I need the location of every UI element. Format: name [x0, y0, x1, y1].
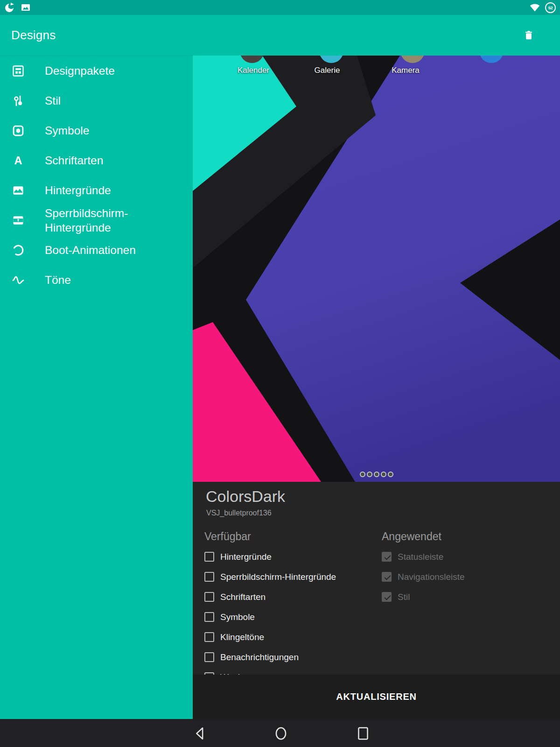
home-icon [273, 726, 289, 741]
sidebar-item-label: Symbole [45, 123, 94, 138]
checkbox-label: Statusleiste [398, 552, 443, 562]
trash-icon [523, 29, 535, 42]
checkbox-unchecked[interactable] [204, 672, 214, 675]
wallpaper-preview-image [193, 56, 560, 482]
theme-packs-icon [12, 64, 25, 78]
checkbox-label: Benachrichtigungen [220, 652, 299, 662]
checkbox-label: Schriftarten [220, 592, 266, 602]
sidebar-item-label: Töne [45, 273, 76, 287]
app-bar: Designs [0, 15, 560, 56]
sidebar-item-symbole[interactable]: Symbole [0, 116, 193, 146]
page-dot[interactable] [367, 472, 372, 477]
lockscreen-wallpaper-icon [12, 214, 25, 227]
available-row-sperrbildschirm[interactable]: Sperrbildschirm-Hintergründe [204, 567, 336, 587]
sidebar-item-schriftarten[interactable]: A Schriftarten [0, 146, 193, 176]
nav-back-button[interactable] [194, 726, 210, 741]
android-screen: 52 Designs Designpakete [0, 0, 560, 747]
sidebar-item-boot-animationen[interactable]: Boot-Animationen [0, 235, 193, 265]
page-dot[interactable] [381, 472, 386, 477]
android-nav-bar [0, 719, 560, 747]
theme-name: ColorsDark [206, 487, 285, 506]
back-icon [194, 726, 210, 741]
status-system-icons: 52 [529, 2, 556, 13]
checkbox-unchecked[interactable] [204, 612, 214, 622]
theme-info-panel: ColorsDark VSJ_bulletproof136 Verfügbar … [193, 482, 560, 675]
wallpaper-icon [12, 184, 25, 197]
page-dot[interactable] [360, 472, 365, 477]
theme-preview-carousel[interactable]: Kalender Galerie Kamera [193, 56, 560, 482]
checkbox-unchecked[interactable] [204, 572, 214, 582]
applied-row-stil: Stil [382, 587, 465, 607]
available-row-schriftarten[interactable]: Schriftarten [204, 587, 336, 607]
nav-home-button[interactable] [273, 726, 289, 741]
sidebar-item-label: Designpakete [45, 63, 119, 78]
checkbox-unchecked[interactable] [204, 632, 214, 642]
battery-circle-icon: 52 [545, 2, 556, 13]
applied-row-navigationsleiste: Navigationsleiste [382, 567, 465, 587]
shortcut-label-kamera: Kamera [373, 66, 438, 75]
available-row-benachrichtigungen[interactable]: Benachrichtigungen [204, 647, 336, 667]
applied-header: Angewendet [382, 530, 441, 543]
available-header: Verfügbar [204, 530, 251, 543]
checkbox-label: Navigationsleiste [398, 572, 465, 582]
wifi-icon [529, 2, 540, 13]
checkbox-label: Hintergründe [220, 552, 272, 562]
page-dot[interactable] [388, 472, 393, 477]
available-components-list: Hintergründe Sperrbildschirm-Hintergründ… [204, 547, 336, 675]
sidebar-item-label: Stil [45, 93, 65, 108]
sidebar-item-label: Sperrbildschirm-Hintergründe [45, 206, 193, 235]
boot-animation-icon [12, 244, 25, 257]
sidebar-item-designpakete[interactable]: Designpakete [0, 56, 193, 86]
cyanogenmod-mascot-icon [4, 2, 15, 13]
available-row-hintergruende[interactable]: Hintergründe [204, 547, 336, 567]
recents-icon [355, 726, 371, 741]
checkbox-label: Klingeltöne [220, 632, 264, 642]
checkbox-label: Sperrbildschirm-Hintergründe [220, 572, 336, 582]
sidebar-item-label: Hintergründe [45, 183, 116, 197]
sidebar-item-label: Boot-Animationen [45, 243, 140, 257]
checkbox-label: Wecker [220, 672, 250, 675]
applied-row-statusleiste: Statusleiste [382, 547, 465, 567]
gallery-notification-icon [20, 2, 31, 13]
battery-percent: 52 [548, 5, 553, 10]
checkbox-checked-disabled [382, 572, 392, 582]
svg-text:A: A [14, 155, 22, 167]
applied-components-list: Statusleiste Navigationsleiste Stil [382, 547, 465, 607]
checkbox-unchecked[interactable] [204, 552, 214, 562]
available-row-wecker[interactable]: Wecker [204, 667, 336, 675]
delete-theme-button[interactable] [520, 26, 549, 45]
icons-pack-icon [12, 124, 25, 137]
available-row-symbole[interactable]: Symbole [204, 607, 336, 627]
fonts-icon: A [12, 154, 25, 167]
content-area: Kalender Galerie Kamera ColorsDark VSJ_b… [193, 56, 560, 719]
checkbox-checked-disabled [382, 552, 392, 562]
update-button[interactable]: AKTUALISIEREN [193, 675, 560, 719]
status-bar: 52 [0, 0, 560, 15]
page-dot[interactable] [374, 472, 379, 477]
checkbox-unchecked[interactable] [204, 652, 214, 662]
sidebar-item-label: Schriftarten [45, 153, 108, 168]
sidebar-item-sperrbildschirm[interactable]: Sperrbildschirm-Hintergründe [0, 205, 193, 235]
sidebar-item-hintergruende[interactable]: Hintergründe [0, 176, 193, 205]
checkbox-unchecked[interactable] [204, 592, 214, 602]
shortcut-label-kalender: Kalender [221, 66, 286, 75]
theme-package: VSJ_bulletproof136 [206, 509, 272, 517]
status-notification-icons [4, 2, 31, 13]
style-tune-icon [12, 94, 25, 107]
checkbox-checked-disabled [382, 592, 392, 602]
checkbox-label: Symbole [220, 612, 255, 622]
page-title: Designs [11, 28, 56, 42]
checkbox-label: Stil [398, 592, 410, 602]
theme-sections-sidebar: Designpakete Stil Symbole A Schriftarten [0, 56, 193, 719]
sidebar-item-toene[interactable]: Töne [0, 265, 193, 295]
sidebar-item-stil[interactable]: Stil [0, 86, 193, 116]
available-row-klingeltoene[interactable]: Klingeltöne [204, 627, 336, 647]
shortcut-label-galerie: Galerie [294, 66, 360, 75]
carousel-page-dots [193, 472, 560, 477]
sounds-icon [12, 274, 25, 287]
nav-recents-button[interactable] [355, 726, 371, 741]
